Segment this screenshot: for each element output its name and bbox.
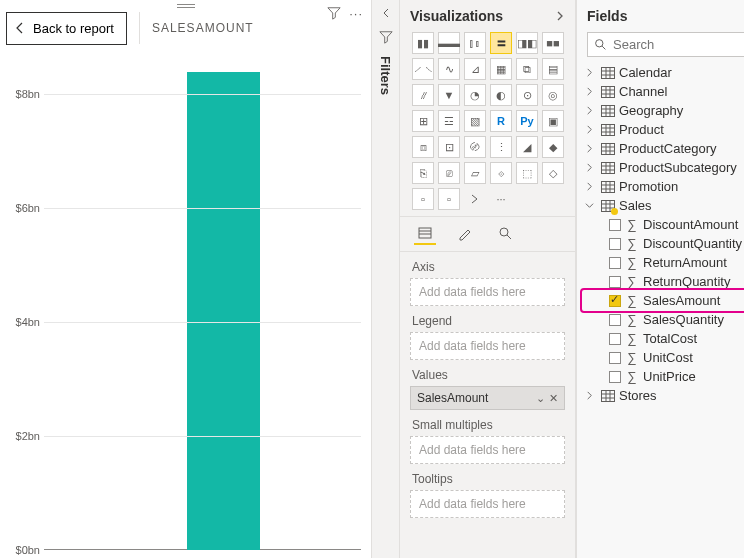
- viz-more-icon[interactable]: ···: [490, 188, 512, 210]
- viz-nav-icon[interactable]: [464, 188, 486, 210]
- expand-caret-icon[interactable]: [585, 87, 597, 96]
- table-node[interactable]: Sales: [583, 196, 744, 215]
- field-checkbox[interactable]: [609, 238, 621, 250]
- expand-caret-icon[interactable]: [585, 391, 597, 400]
- viz-type-icon[interactable]: ⋮: [490, 136, 512, 158]
- field-checkbox[interactable]: [609, 333, 621, 345]
- table-node[interactable]: Promotion: [583, 177, 744, 196]
- viz-type-icon[interactable]: ◎: [542, 84, 564, 106]
- viz-type-icon[interactable]: ◇: [542, 162, 564, 184]
- chart-bar[interactable]: [187, 72, 260, 550]
- well-drop-small-multiples[interactable]: Add data fields here: [410, 436, 565, 464]
- table-node[interactable]: Product: [583, 120, 744, 139]
- viz-type-icon[interactable]: ⟐: [490, 162, 512, 184]
- table-node[interactable]: Channel: [583, 82, 744, 101]
- viz-type-icon[interactable]: ▮▮: [412, 32, 434, 54]
- viz-type-icon[interactable]: ◔: [464, 84, 486, 106]
- table-node[interactable]: Geography: [583, 101, 744, 120]
- viz-type-icon[interactable]: ⫿⫾: [464, 32, 486, 54]
- table-node[interactable]: Stores: [583, 386, 744, 405]
- viz-type-icon[interactable]: ▤: [542, 58, 564, 80]
- viz-type-icon[interactable]: 〓: [490, 32, 512, 54]
- viz-type-icon[interactable]: ☲: [438, 110, 460, 132]
- fields-tab[interactable]: [414, 223, 436, 245]
- field-checkbox[interactable]: [609, 219, 621, 231]
- app-root: ··· Back to report SALESAMOUNT $0bn$2bn$…: [0, 0, 744, 558]
- viz-type-icon[interactable]: ▱: [464, 162, 486, 184]
- viz-type-icon[interactable]: ⟋⟍: [412, 58, 434, 80]
- expand-caret-icon[interactable]: [585, 144, 597, 153]
- viz-type-icon[interactable]: ⎘: [412, 162, 434, 184]
- field-item[interactable]: ∑SalesAmount: [583, 291, 744, 310]
- field-checkbox[interactable]: [609, 352, 621, 364]
- viz-type-icon[interactable]: R: [490, 110, 512, 132]
- collapse-pane-icon[interactable]: [555, 11, 565, 21]
- well-drop-tooltips[interactable]: Add data fields here: [410, 490, 565, 518]
- viz-type-icon[interactable]: ■■: [542, 32, 564, 54]
- field-item[interactable]: ∑DiscountAmount: [583, 215, 744, 234]
- expand-caret-icon[interactable]: [585, 201, 597, 210]
- viz-type-icon[interactable]: ⬚: [516, 162, 538, 184]
- viz-type-icon[interactable]: ⎚: [438, 162, 460, 184]
- format-tab[interactable]: [454, 223, 476, 245]
- well-item-values[interactable]: SalesAmount ⌄ ✕: [410, 386, 565, 410]
- viz-type-icon[interactable]: ⊞: [412, 110, 434, 132]
- chevron-down-icon[interactable]: ⌄: [536, 392, 545, 405]
- viz-type-icon[interactable]: ▼: [438, 84, 460, 106]
- viz-type-icon[interactable]: ◐: [490, 84, 512, 106]
- viz-type-icon[interactable]: Py: [516, 110, 538, 132]
- viz-type-icon[interactable]: ▫: [412, 188, 434, 210]
- svg-rect-22: [602, 124, 615, 135]
- viz-type-icon[interactable]: ◆: [542, 136, 564, 158]
- field-item[interactable]: ∑UnitPrice: [583, 367, 744, 386]
- remove-field-icon[interactable]: ✕: [549, 392, 558, 405]
- expand-caret-icon[interactable]: [585, 125, 597, 134]
- more-options-icon[interactable]: ···: [349, 6, 363, 21]
- well-drop-axis[interactable]: Add data fields here: [410, 278, 565, 306]
- fields-search-input[interactable]: [613, 37, 744, 52]
- well-drop-legend[interactable]: Add data fields here: [410, 332, 565, 360]
- viz-type-icon[interactable]: ▫: [438, 188, 460, 210]
- table-node[interactable]: Calendar: [583, 63, 744, 82]
- filter-icon[interactable]: [327, 6, 341, 21]
- viz-type-icon[interactable]: ⧈: [412, 136, 434, 158]
- svg-rect-32: [602, 162, 615, 173]
- field-item[interactable]: ∑SalesQuantity: [583, 310, 744, 329]
- table-node[interactable]: ProductSubcategory: [583, 158, 744, 177]
- viz-type-icon[interactable]: ⊿: [464, 58, 486, 80]
- drag-grip-icon[interactable]: [177, 4, 195, 8]
- field-item[interactable]: ∑TotalCost: [583, 329, 744, 348]
- viz-type-icon[interactable]: ▣: [542, 110, 564, 132]
- viz-type-icon[interactable]: ▦: [490, 58, 512, 80]
- chevron-left-icon[interactable]: [381, 8, 391, 18]
- viz-type-icon[interactable]: ∿: [438, 58, 460, 80]
- viz-type-icon[interactable]: ◢: [516, 136, 538, 158]
- expand-caret-icon[interactable]: [585, 106, 597, 115]
- field-checkbox[interactable]: [609, 276, 621, 288]
- field-checkbox[interactable]: [609, 295, 621, 307]
- filters-rail[interactable]: Filters: [372, 0, 400, 558]
- table-node[interactable]: ProductCategory: [583, 139, 744, 158]
- viz-type-icon[interactable]: ▧: [464, 110, 486, 132]
- analytics-tab[interactable]: [494, 223, 516, 245]
- viz-type-icon[interactable]: ⊙: [516, 84, 538, 106]
- expand-caret-icon[interactable]: [585, 163, 597, 172]
- field-item[interactable]: ∑UnitCost: [583, 348, 744, 367]
- gridline: [44, 322, 361, 323]
- field-checkbox[interactable]: [609, 371, 621, 383]
- back-to-report-button[interactable]: Back to report: [6, 12, 127, 45]
- viz-type-icon[interactable]: ⊡: [438, 136, 460, 158]
- field-checkbox[interactable]: [609, 257, 621, 269]
- viz-type-icon[interactable]: ⫽: [412, 84, 434, 106]
- viz-type-icon[interactable]: 〄: [464, 136, 486, 158]
- expand-caret-icon[interactable]: [585, 68, 597, 77]
- field-item[interactable]: ∑DiscountQuantity: [583, 234, 744, 253]
- viz-type-icon[interactable]: ◨◧: [516, 32, 538, 54]
- viz-type-icon[interactable]: ▬▬: [438, 32, 460, 54]
- field-item[interactable]: ∑ReturnQuantity: [583, 272, 744, 291]
- fields-search[interactable]: [587, 32, 744, 57]
- field-checkbox[interactable]: [609, 314, 621, 326]
- field-item[interactable]: ∑ReturnAmount: [583, 253, 744, 272]
- expand-caret-icon[interactable]: [585, 182, 597, 191]
- viz-type-icon[interactable]: ⧉: [516, 58, 538, 80]
